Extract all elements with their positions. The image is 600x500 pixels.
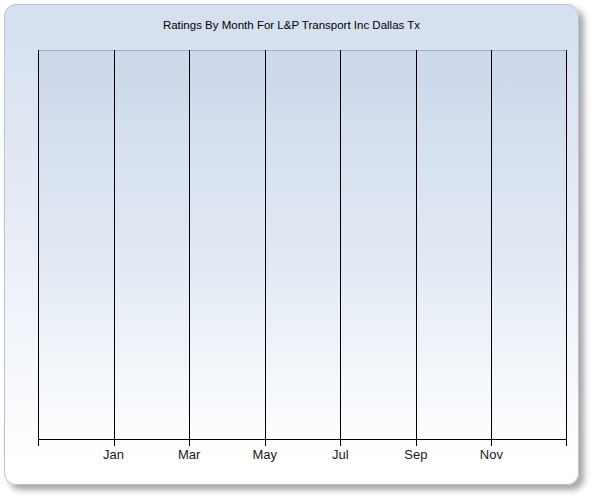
x-gridline [491,50,492,446]
chart-title: Ratings By Month For L&P Transport Inc D… [5,18,578,32]
x-gridline [265,50,266,446]
x-tick-label: May [252,447,277,462]
x-tick-label: Jan [103,447,124,462]
x-gridline [114,50,115,446]
x-tick-label: Mar [178,447,200,462]
chart-panel: Ratings By Month For L&P Transport Inc D… [4,4,579,485]
x-tick-label: Nov [480,447,503,462]
x-gridline [189,50,190,446]
x-axis-labels: JanMarMayJulSepNov [38,440,567,464]
x-tick-label: Jul [332,447,349,462]
x-gridline [566,50,567,446]
x-tick-label: Sep [404,447,427,462]
x-gridline [38,50,39,446]
x-gridline [340,50,341,446]
gridlines-container [38,51,567,440]
x-gridline [416,50,417,446]
plot-area: JanMarMayJulSepNov [38,50,567,440]
